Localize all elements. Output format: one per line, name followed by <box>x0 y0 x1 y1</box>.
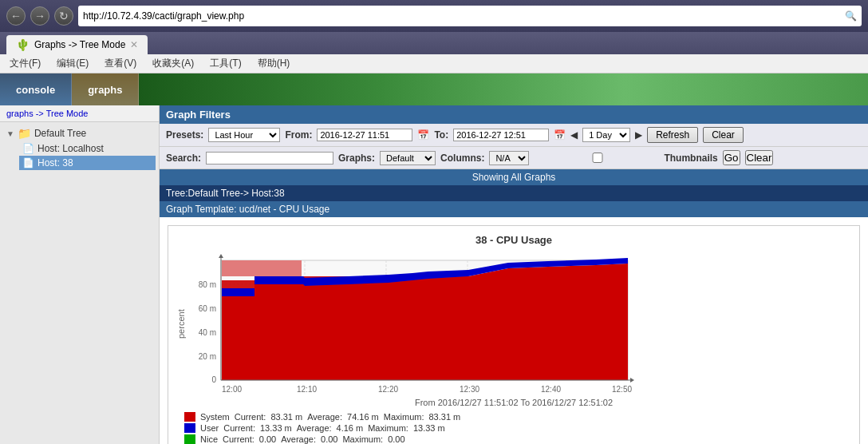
legend-color-nice <box>184 434 195 444</box>
chart-wrap: percent <box>176 252 851 396</box>
legend: System Current: 83.31 m Average: 74.16 m… <box>176 407 851 444</box>
legend-current-val-nice: 0.00 <box>259 434 276 444</box>
reload-button[interactable]: ↻ <box>54 6 73 26</box>
go-button[interactable]: Go <box>723 150 740 165</box>
search-label: Search: <box>166 153 201 164</box>
tab-icon: 🌵 <box>16 38 30 51</box>
graph-filters-title: Graph Filters <box>166 109 231 121</box>
legend-max-label-system: Maximum: <box>384 412 424 422</box>
tab-close-icon[interactable]: ✕ <box>130 39 138 50</box>
menu-tools[interactable]: 工具(T) <box>203 55 247 72</box>
search-input[interactable] <box>206 152 333 165</box>
tab-bar: 🌵 Graphs -> Tree Mode ✕ <box>0 32 868 54</box>
legend-avg-label-system: Average: <box>307 412 342 422</box>
filters-row-1: Presets: Last Hour From: 📅 To: 📅 ◀ 1 Day… <box>160 124 868 147</box>
svg-text:40 m: 40 m <box>199 328 216 337</box>
graphs-nav-button[interactable]: graphs <box>72 73 139 105</box>
svg-text:12:30: 12:30 <box>460 385 479 394</box>
template-text: Graph Template: ucd/net - CPU Usage <box>166 204 329 215</box>
active-tab[interactable]: 🌵 Graphs -> Tree Mode ✕ <box>6 35 148 54</box>
tree-root-label: Default Tree <box>34 128 86 139</box>
svg-rect-17 <box>222 260 302 276</box>
menu-bar: 文件(F) 编辑(E) 查看(V) 收藏夹(A) 工具(T) 帮助(H) <box>0 54 868 73</box>
menu-view[interactable]: 查看(V) <box>98 55 143 72</box>
breadcrumb-link[interactable]: graphs <box>6 109 34 118</box>
legend-current-label-user: Current: <box>223 423 255 433</box>
svg-text:0: 0 <box>211 375 216 384</box>
legend-max-val-system: 83.31 m <box>429 412 461 422</box>
sidebar-item-host38[interactable]: 📄 Host: 38 <box>19 156 156 170</box>
legend-name-user: User <box>200 423 219 433</box>
tree-toggle-icon: ▼ <box>6 129 14 138</box>
to-calendar-icon[interactable]: 📅 <box>554 129 566 141</box>
graphs-select[interactable]: Default <box>380 151 436 165</box>
legend-avg-val-user: 4.16 m <box>337 423 364 433</box>
graphs-label: graphs <box>88 84 122 96</box>
thumbnails-checkbox[interactable] <box>534 153 661 163</box>
menu-edit[interactable]: 编辑(E) <box>50 55 95 72</box>
svg-text:12:20: 12:20 <box>378 385 398 394</box>
console-nav-button[interactable]: console <box>0 73 72 105</box>
leaf-icon-2: 📄 <box>22 157 34 168</box>
to-label: To: <box>434 129 448 141</box>
tree-root-item[interactable]: ▼ 📁 Default Tree <box>3 125 156 141</box>
legend-current-label-nice: Current: <box>223 434 254 444</box>
svg-text:12:40: 12:40 <box>541 385 561 394</box>
template-bar: Graph Template: ucd/net - CPU Usage <box>160 201 868 217</box>
columns-select[interactable]: N/A <box>489 151 529 165</box>
svg-text:12:00: 12:00 <box>222 385 242 394</box>
clear-button-1[interactable]: Clear <box>703 127 744 143</box>
period-select[interactable]: 1 Day <box>582 128 630 142</box>
graph-area: 38 - CPU Usage percent <box>160 217 868 444</box>
address-bar[interactable] <box>83 10 842 22</box>
from-calendar-icon[interactable]: 📅 <box>417 129 429 141</box>
breadcrumb-current: Tree Mode <box>46 109 89 118</box>
svg-text:60 m: 60 m <box>199 304 216 313</box>
graph-filters-header: Graph Filters <box>160 105 868 124</box>
legend-color-system <box>184 412 195 422</box>
menu-file[interactable]: 文件(F) <box>3 55 47 72</box>
leaf-icon: 📄 <box>22 143 34 154</box>
refresh-button[interactable]: Refresh <box>647 127 698 143</box>
header-banner <box>139 73 868 105</box>
thumbnails-wrap: Thumbnails <box>534 153 717 164</box>
sidebar-item-localhost[interactable]: 📄 Host: Localhost <box>19 141 156 156</box>
legend-color-user <box>184 423 195 433</box>
tab-label: Graphs -> Tree Mode <box>34 39 125 50</box>
legend-current-val-user: 13.33 m <box>260 423 292 433</box>
search-icon: 🔍 <box>845 10 857 22</box>
breadcrumb-separator: -> <box>36 109 44 118</box>
host38-label: Host: 38 <box>37 157 73 168</box>
legend-row-user: User Current: 13.33 m Average: 4.16 m Ma… <box>184 423 843 433</box>
menu-favorites[interactable]: 收藏夹(A) <box>146 55 200 72</box>
tree-path-text: Tree:Default Tree-> Host:38 <box>166 188 285 199</box>
breadcrumb: graphs -> Tree Mode <box>0 105 159 122</box>
showing-bar: Showing All Graphs <box>160 169 868 185</box>
showing-text: Showing All Graphs <box>472 172 556 183</box>
folder-icon: 📁 <box>18 127 31 140</box>
app-header: console graphs <box>0 73 868 105</box>
legend-max-val-user: 13.33 m <box>413 423 445 433</box>
to-input[interactable] <box>453 129 549 141</box>
presets-label: Presets: <box>166 129 203 141</box>
svg-text:12:10: 12:10 <box>297 385 317 394</box>
menu-help[interactable]: 帮助(H) <box>251 55 297 72</box>
svg-marker-28 <box>630 378 634 383</box>
arrow-left-icon[interactable]: ◀ <box>570 129 578 141</box>
legend-row-system: System Current: 83.31 m Average: 74.16 m… <box>184 412 843 422</box>
svg-text:12:50: 12:50 <box>612 385 632 394</box>
tree-children: 📄 Host: Localhost 📄 Host: 38 <box>3 141 156 170</box>
legend-max-label-user: Maximum: <box>368 423 408 433</box>
cpu-chart: 80 m 60 m 40 m 20 m 0 <box>189 252 636 396</box>
browser-chrome: ← → ↻ 🔍 <box>0 0 868 32</box>
presets-select[interactable]: Last Hour <box>208 128 280 142</box>
clear-button-2[interactable]: Clear <box>745 150 774 165</box>
console-label: console <box>16 84 55 96</box>
from-input[interactable] <box>317 129 412 141</box>
tree-root: ▼ 📁 Default Tree 📄 Host: Localhost 📄 Hos… <box>0 122 159 173</box>
sidebar: graphs -> Tree Mode ▼ 📁 Default Tree 📄 H… <box>0 105 160 444</box>
back-button[interactable]: ← <box>6 6 26 26</box>
forward-button[interactable]: → <box>30 6 49 26</box>
arrow-right-icon[interactable]: ▶ <box>635 129 642 141</box>
chart-timerange: From 2016/12/27 11:51:02 To 2016/12/27 1… <box>176 398 851 407</box>
